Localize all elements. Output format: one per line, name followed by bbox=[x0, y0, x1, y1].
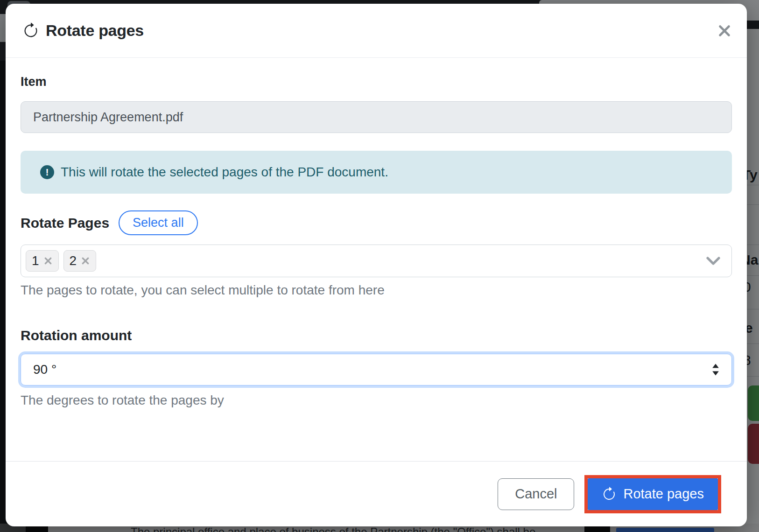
select-updown-icon bbox=[712, 364, 719, 376]
info-alert-text: This will rotate the selected pages of t… bbox=[61, 165, 388, 180]
item-input: Partnership Agreement.pdf bbox=[21, 101, 732, 133]
rotate-pages-label-row: Rotate Pages Select all bbox=[21, 210, 732, 235]
dialog-footer: Cancel Rotate pages bbox=[6, 461, 747, 526]
dialog-header: Rotate pages bbox=[6, 4, 747, 58]
dialog-title: Rotate pages bbox=[46, 21, 144, 40]
remove-tag-icon[interactable] bbox=[43, 256, 53, 266]
rotate-clockwise-icon bbox=[602, 487, 617, 502]
submit-button-label: Rotate pages bbox=[623, 486, 704, 502]
remove-tag-icon[interactable] bbox=[81, 256, 90, 266]
pages-multiselect[interactable]: 1 2 bbox=[21, 245, 732, 277]
item-filename: Partnership Agreement.pdf bbox=[33, 110, 183, 125]
pages-help-text: The pages to rotate, you can select mult… bbox=[21, 283, 732, 298]
rotate-pages-submit-button[interactable]: Rotate pages bbox=[588, 478, 718, 510]
close-button[interactable] bbox=[714, 21, 735, 41]
page-tag-1: 1 bbox=[26, 250, 59, 272]
rotate-pages-label: Rotate Pages bbox=[21, 215, 109, 231]
rotation-amount-label: Rotation amount bbox=[21, 328, 732, 343]
close-icon bbox=[717, 24, 731, 38]
rotation-amount-select[interactable]: 90 ° bbox=[21, 354, 732, 385]
highlight-outline: Rotate pages bbox=[584, 475, 721, 513]
page-tag-2: 2 bbox=[63, 250, 97, 272]
select-all-button[interactable]: Select all bbox=[119, 210, 198, 235]
rotate-clockwise-icon bbox=[22, 22, 39, 39]
dialog-body: Item Partnership Agreement.pdf ! This wi… bbox=[6, 58, 747, 408]
exclamation-circle-icon: ! bbox=[40, 165, 54, 179]
page-tag-value: 2 bbox=[70, 253, 77, 268]
chevron-down-icon bbox=[706, 257, 720, 265]
info-alert: ! This will rotate the selected pages of… bbox=[21, 151, 732, 194]
rotate-pages-dialog: Rotate pages Item Partnership Agreement.… bbox=[6, 4, 747, 526]
page-tag-value: 1 bbox=[32, 253, 39, 268]
rotation-amount-value: 90 ° bbox=[33, 362, 56, 377]
item-label: Item bbox=[21, 75, 732, 89]
cancel-button[interactable]: Cancel bbox=[498, 478, 574, 510]
rotation-help-text: The degrees to rotate the pages by bbox=[21, 393, 732, 408]
